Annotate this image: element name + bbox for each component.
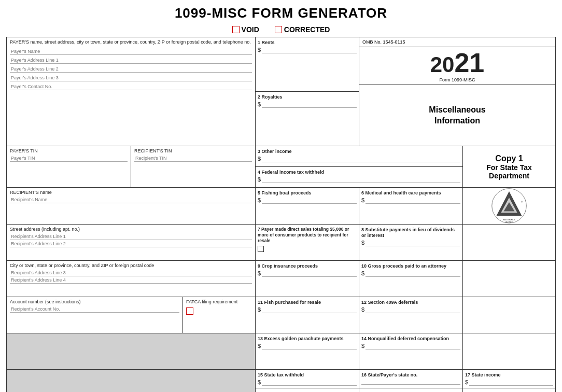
copy-line2: For State Tax xyxy=(486,163,532,172)
year-block: 2021 Form 1099-MISC xyxy=(359,47,555,85)
field5-input[interactable] xyxy=(262,197,357,204)
field2-label: 2 Royalties xyxy=(258,94,283,100)
payer-block: PAYER'S name, street address, city or to… xyxy=(7,37,256,146)
field4-input[interactable] xyxy=(262,176,460,183)
field1-label: 1 Rents xyxy=(258,40,275,45)
field11-input[interactable] xyxy=(262,306,357,313)
field-2: 2 Royalties $ xyxy=(256,92,359,146)
field1-input[interactable] xyxy=(262,47,357,53)
field-11: 11 Fish purchased for resale $ xyxy=(256,297,359,333)
fatca-checkbox[interactable] xyxy=(186,307,193,315)
omb-row: OMB No. 1545-0115 xyxy=(359,37,555,47)
recipient-addr2-input[interactable] xyxy=(10,241,252,247)
fields-1-2: 1 Rents $ 2 Royalties $ xyxy=(256,37,359,146)
payer-name-input[interactable] xyxy=(10,48,252,55)
payer-address2-input[interactable] xyxy=(10,66,252,73)
omb-text: OMB No. 1545-0115 xyxy=(362,39,405,45)
recipient-addr4-input[interactable] xyxy=(10,277,252,284)
account-input[interactable] xyxy=(10,306,179,313)
field11-label: 11 Fish purchased for resale xyxy=(258,300,321,305)
state-fields-block: 15 State tax withheld $ 16 State/Payer's… xyxy=(256,370,555,392)
payer-tin-input[interactable] xyxy=(10,155,128,162)
dollar-sign-10: $ xyxy=(361,270,364,276)
payer-address1-input[interactable] xyxy=(10,57,252,64)
field-16: 16 State/Payer's state no. xyxy=(359,370,463,388)
recipient-tin-block: RECIPIENT'S TIN xyxy=(131,146,256,187)
field17-input[interactable] xyxy=(469,379,553,386)
dollar-sign-2: $ xyxy=(258,101,261,107)
field-16b xyxy=(359,388,463,392)
field-15: 15 State tax withheld $ xyxy=(256,370,359,388)
payer-description: PAYER'S name, street address, city or to… xyxy=(10,39,252,46)
page-title: 1099-MISC FORM GENERATOR xyxy=(175,5,387,21)
account-label: Account number (see instructions) xyxy=(10,299,179,304)
fatca-block: FATCA filing requirement xyxy=(183,297,256,333)
field8-input[interactable] xyxy=(366,240,460,246)
recipient-addr3-input[interactable] xyxy=(10,270,252,276)
field13-input[interactable] xyxy=(262,343,357,349)
field3-input[interactable] xyxy=(262,156,460,162)
left-gray-row7 xyxy=(7,333,256,369)
form-name: Form 1099-MISC xyxy=(439,77,475,82)
void-label[interactable]: VOID xyxy=(232,25,259,34)
field16-input[interactable] xyxy=(361,378,460,385)
field7-checkbox[interactable] xyxy=(258,246,264,252)
form-container: PAYER'S name, street address, city or to… xyxy=(6,37,556,392)
field14-input[interactable] xyxy=(366,343,460,349)
field9-input[interactable] xyxy=(262,270,357,277)
field5-label: 5 Fishing boat proceeds xyxy=(258,190,312,195)
field12-input[interactable] xyxy=(366,306,460,313)
dollar-sign-6: $ xyxy=(361,197,364,203)
field-14: 14 Nonqualified deferred compensation $ xyxy=(359,333,463,369)
copy-subtitle: For State Tax Department xyxy=(486,163,532,180)
field-9: 9 Crop insurance proceeds $ xyxy=(256,261,359,297)
year-21: 21 xyxy=(454,48,484,78)
misc-line2: Information xyxy=(429,116,485,127)
field-1: 1 Rents $ xyxy=(256,37,359,92)
row1: PAYER'S name, street address, city or to… xyxy=(7,37,555,146)
abstract-united-logo: ABSTRACT UNITED ® xyxy=(491,188,527,224)
svg-text:UNITED: UNITED xyxy=(505,221,513,223)
city-block: City or town, state or province, country… xyxy=(7,261,256,297)
corrected-label[interactable]: CORRECTED xyxy=(275,25,330,34)
row6: Account number (see instructions) FATCA … xyxy=(7,297,555,333)
corrected-checkbox[interactable] xyxy=(275,26,282,33)
svg-text:®: ® xyxy=(521,201,524,203)
field-7: 7 Payer made direct sales totaling $5,00… xyxy=(256,225,359,260)
state-row-2: $ $ xyxy=(256,388,555,392)
row5: City or town, state or province, country… xyxy=(7,261,555,297)
dollar-sign-5: $ xyxy=(258,197,261,203)
field6-input[interactable] xyxy=(366,197,460,204)
payer-tin-label: PAYER'S TIN xyxy=(10,148,128,153)
field10-label: 10 Gross proceeds paid to an attorney xyxy=(361,263,446,269)
payer-contact-input[interactable] xyxy=(10,83,252,90)
field7-label: 7 Payer made direct sales totaling $5,00… xyxy=(258,227,357,244)
corrected-text: CORRECTED xyxy=(284,25,330,34)
recipient-addr1-input[interactable] xyxy=(10,233,252,240)
field-15b: $ xyxy=(256,388,359,392)
dollar-sign-17: $ xyxy=(465,379,468,385)
field-17: 17 State income $ xyxy=(463,370,555,388)
spacer-row6 xyxy=(463,297,555,333)
dollar-sign-13: $ xyxy=(258,343,261,349)
recipient-tin-input[interactable] xyxy=(134,155,252,162)
field-6: 6 Medical and health care payments $ xyxy=(359,188,463,224)
field10-input[interactable] xyxy=(366,270,460,277)
void-checkbox[interactable] xyxy=(232,26,240,33)
recipient-name-input[interactable] xyxy=(10,197,252,203)
misc-title: Miscellaneous Information xyxy=(429,105,485,127)
account-block: Account number (see instructions) xyxy=(7,297,183,333)
field2-input[interactable] xyxy=(262,101,357,108)
field-3: 3 Other income $ xyxy=(256,146,462,167)
spacer-row7 xyxy=(463,333,555,369)
field4-label: 4 Federal income tax withheld xyxy=(258,170,324,175)
field7-checkbox-row[interactable] xyxy=(258,246,357,252)
svg-text:ABSTRACT: ABSTRACT xyxy=(503,218,515,221)
year-display: 2021 xyxy=(430,49,485,76)
field15-input[interactable] xyxy=(262,379,357,386)
dollar-sign-12: $ xyxy=(361,306,364,313)
field16-label: 16 State/Payer's state no. xyxy=(361,372,417,377)
payer-address3-input[interactable] xyxy=(10,75,252,81)
void-text: VOID xyxy=(242,25,259,34)
field-8: 8 Substitute payments in lieu of dividen… xyxy=(359,225,463,260)
